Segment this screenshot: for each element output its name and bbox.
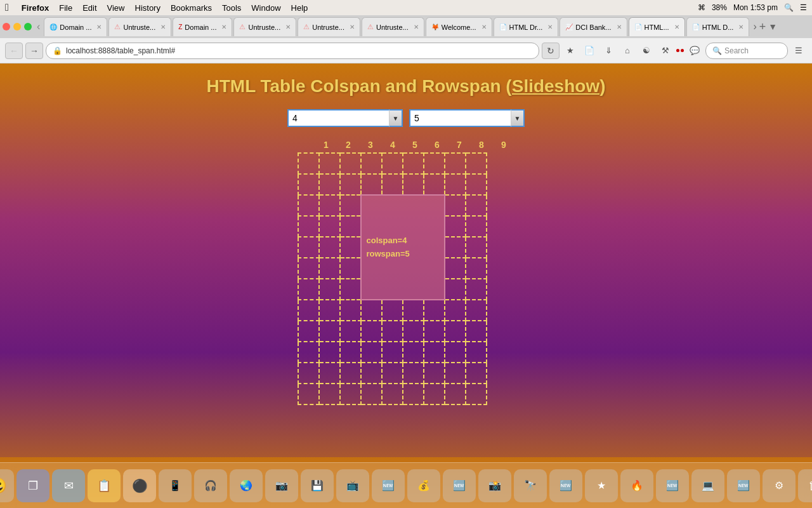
dock-item20[interactable]: 💻 (691, 469, 724, 502)
new-tab-button[interactable]: + (759, 20, 766, 34)
tab-close-icon[interactable]: ✕ (547, 23, 553, 30)
table-cell (403, 321, 424, 342)
rowspan-spinner[interactable]: 5 ▼ (409, 109, 525, 127)
reload-button[interactable]: ↻ (542, 43, 560, 59)
dock-item16[interactable]: 🆕 (549, 469, 582, 502)
tab-close-icon[interactable]: ✕ (481, 23, 487, 30)
tab-close-icon[interactable]: ✕ (221, 23, 226, 30)
dock-item22[interactable]: ⚙ (763, 469, 796, 502)
table-cell (361, 300, 382, 321)
colspan-spinner[interactable]: 4 ▼ (287, 109, 403, 127)
tabs-menu-button[interactable]: ▼ (768, 22, 777, 32)
forward-button[interactable]: → (25, 43, 43, 59)
tab-close-icon[interactable]: ✕ (160, 23, 166, 30)
dock-item17[interactable]: ★ (585, 469, 618, 502)
rowspan-input[interactable]: 5 (409, 109, 511, 127)
table-cell (466, 153, 487, 174)
download-button[interactable]: ⇓ (600, 43, 617, 59)
tab-label: Untruste... (312, 23, 344, 31)
dock-item12[interactable]: 💰 (407, 469, 440, 502)
dock-item18[interactable]: 🔥 (620, 469, 653, 502)
home-button[interactable]: ⌂ (619, 43, 636, 59)
dock-item13[interactable]: 🆕 (443, 469, 476, 502)
tab-domain2[interactable]: Z Domain ... ✕ (173, 17, 232, 36)
dock-chrome[interactable]: ⚫ (123, 469, 156, 502)
chat-button[interactable]: 💬 (686, 43, 703, 59)
menu-help[interactable]: Help (291, 3, 308, 13)
close-window-button[interactable] (3, 23, 10, 30)
minimize-window-button[interactable] (13, 23, 21, 30)
dock-item14[interactable]: 📸 (478, 469, 511, 502)
menu-file[interactable]: File (59, 3, 72, 13)
tab-close-icon[interactable]: ✕ (285, 23, 291, 30)
tab-domain1[interactable]: 🌐 Domain ... ✕ (44, 17, 107, 36)
colspan-input[interactable]: 4 (287, 109, 389, 127)
col-num-6: 6 (426, 140, 449, 150)
dock-item6[interactable]: 🎧 (194, 469, 227, 502)
menu-window[interactable]: Window (251, 3, 280, 13)
col-num-3: 3 (360, 140, 382, 150)
tabs-overflow-button[interactable]: › (753, 21, 756, 32)
sync-button[interactable]: ☯ (638, 43, 655, 59)
back-button[interactable]: ← (5, 43, 23, 59)
tab-welcome[interactable]: 🦊 Welcome... ✕ (426, 17, 492, 36)
col-num-1: 1 (315, 140, 337, 150)
tab-close-icon[interactable]: ✕ (350, 23, 355, 30)
dock-item11[interactable]: 🆕 (372, 469, 405, 502)
table-cell (424, 153, 445, 174)
dock-mail[interactable]: ✉ (52, 469, 85, 502)
dock-item19[interactable]: 🆕 (656, 469, 689, 502)
extensions-button[interactable]: ⚒ (657, 43, 674, 59)
menu-firefox[interactable]: Firefox (22, 3, 49, 13)
dock-notes[interactable]: 📋 (88, 469, 121, 502)
tab-dcibank[interactable]: 📈 DCI Bank... ✕ (560, 17, 627, 36)
firefox-icon: 🦊 (431, 23, 439, 30)
tab-label: DCI Bank... (575, 23, 611, 31)
dock-item10[interactable]: 📺 (336, 469, 369, 502)
search-icon[interactable]: 🔍 (784, 3, 794, 12)
menu-edit[interactable]: Edit (82, 3, 96, 13)
tab-close-icon[interactable]: ✕ (674, 23, 679, 30)
maximize-window-button[interactable] (24, 23, 32, 30)
dock-item8[interactable]: 📷 (265, 469, 298, 502)
tab-close-icon[interactable]: ✕ (738, 23, 743, 30)
reading-view-button[interactable]: 📄 (581, 43, 598, 59)
tab-close-icon[interactable]: ✕ (414, 23, 419, 30)
tab-untrusted1[interactable]: ⚠ Untruste... ✕ (108, 17, 171, 36)
dock-item9[interactable]: 💾 (301, 469, 334, 502)
tab-untrusted3[interactable]: ⚠ Untruste... ✕ (298, 17, 360, 36)
menu-view[interactable]: View (107, 3, 125, 13)
colspan-spin-btn[interactable]: ▼ (389, 109, 403, 127)
hamburger-menu-button[interactable]: ☰ (790, 43, 807, 59)
apple-menu[interactable]:  (5, 2, 9, 13)
table-cell (319, 384, 340, 404)
tab-html-active[interactable]: 📄 HTML... ✕ (629, 17, 685, 36)
dot1 (676, 49, 679, 52)
dock-finder[interactable]: 😀 (0, 469, 14, 502)
tab-close-icon[interactable]: ✕ (96, 23, 102, 30)
menu-history[interactable]: History (135, 3, 160, 13)
dock-launchpad[interactable]: ❐ (16, 469, 49, 502)
nav-back-tab[interactable]: ‹ (37, 21, 40, 32)
tab-untrusted4[interactable]: ⚠ Untruste... ✕ (362, 17, 424, 36)
menu-bookmarks[interactable]: Bookmarks (171, 3, 212, 13)
tab-close-icon[interactable]: ✕ (617, 23, 622, 30)
dock-item15[interactable]: 🔭 (514, 469, 547, 502)
search-bar[interactable]: 🔍 Search (705, 43, 788, 59)
table-cell (319, 216, 340, 237)
slideshow-link[interactable]: Slideshow (512, 76, 599, 96)
dock-item5[interactable]: 📱 (159, 469, 192, 502)
tab-htmldr[interactable]: 📄 HTML Dr... ✕ (494, 17, 559, 36)
url-bar[interactable]: 🔒 localhost:8888/table_span.html# (46, 43, 539, 59)
dock-trash[interactable]: 🗑 (798, 469, 812, 502)
bookmark-star-button[interactable]: ★ (562, 43, 579, 59)
rowspan-spin-btn[interactable]: ▼ (511, 109, 525, 127)
tab-untrusted2[interactable]: ⚠ Untruste... ✕ (233, 17, 296, 36)
table-cell (340, 195, 361, 216)
dock-item21[interactable]: 🆕 (727, 469, 760, 502)
list-icon[interactable]: ☰ (800, 3, 807, 12)
tab-label: Untruste... (376, 23, 409, 31)
menu-tools[interactable]: Tools (222, 3, 241, 13)
dock-item7[interactable]: 🌏 (230, 469, 263, 502)
tab-htmld[interactable]: 📄 HTML D... ✕ (686, 17, 750, 36)
